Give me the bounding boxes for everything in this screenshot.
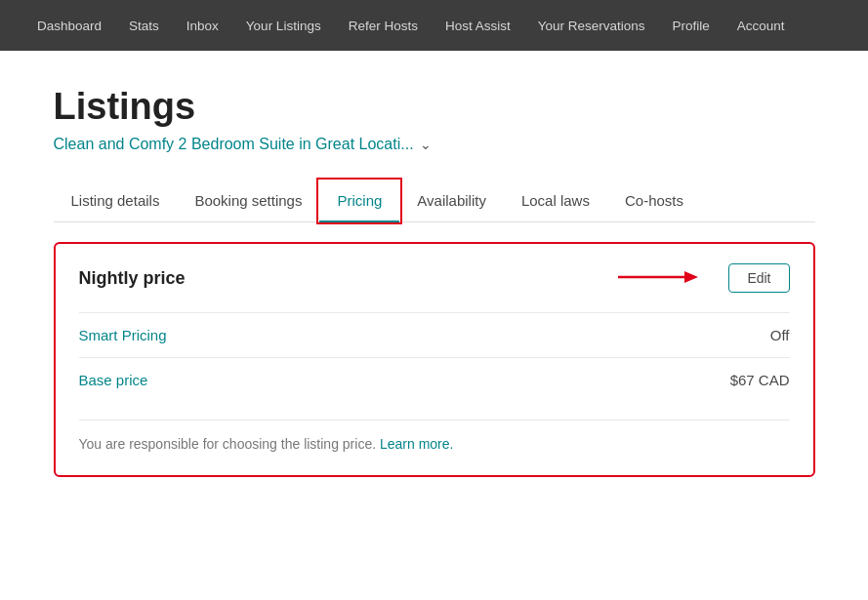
listing-selector[interactable]: Clean and Comfy 2 Bedroom Suite in Great… <box>54 136 815 153</box>
base-price-row: Base price $67 CAD <box>79 357 790 402</box>
edit-button[interactable]: Edit <box>728 263 789 293</box>
nav-item-stats[interactable]: Stats <box>115 0 173 51</box>
main-content: Listings Clean and Comfy 2 Bedroom Suite… <box>0 51 868 516</box>
smart-pricing-value: Off <box>770 327 790 343</box>
section-header: Nightly price Edit <box>79 263 790 293</box>
nav-item-your-listings[interactable]: Your Listings <box>232 0 335 51</box>
learn-more-link[interactable]: Learn more. <box>380 436 453 452</box>
nav-item-profile[interactable]: Profile <box>659 0 723 51</box>
tab-booking-settings[interactable]: Booking settings <box>177 180 319 222</box>
nav-item-inbox[interactable]: Inbox <box>173 0 232 51</box>
listing-name: Clean and Comfy 2 Bedroom Suite in Great… <box>54 136 414 153</box>
footer-note: You are responsible for choosing the lis… <box>79 420 790 452</box>
base-price-label: Base price <box>79 372 148 388</box>
nav-item-account[interactable]: Account <box>723 0 799 51</box>
smart-pricing-label: Smart Pricing <box>79 327 167 343</box>
page-title: Listings <box>54 86 815 128</box>
base-price-value: $67 CAD <box>730 372 790 388</box>
nav-item-dashboard[interactable]: Dashboard <box>23 0 115 51</box>
tab-listing-details[interactable]: Listing details <box>54 180 178 222</box>
tab-pricing[interactable]: Pricing <box>319 180 399 222</box>
tabs-bar: Listing details Booking settings Pricing… <box>54 180 815 222</box>
tab-availability[interactable]: Availability <box>399 180 504 222</box>
nav-bar: Dashboard Stats Inbox Your Listings Refe… <box>0 0 868 51</box>
tab-pricing-wrapper: Pricing <box>319 180 399 221</box>
footer-text-before-link: You are responsible for choosing the lis… <box>79 436 377 452</box>
nav-item-refer-hosts[interactable]: Refer Hosts <box>335 0 432 51</box>
chevron-down-icon: ⌄ <box>420 137 432 152</box>
nav-item-host-assist[interactable]: Host Assist <box>432 0 524 51</box>
tab-co-hosts[interactable]: Co-hosts <box>607 180 701 222</box>
tab-local-laws[interactable]: Local laws <box>504 180 607 222</box>
nightly-price-section: Nightly price Edit Smart Pricing Off Bas… <box>54 242 815 477</box>
smart-pricing-row: Smart Pricing Off <box>79 312 790 357</box>
section-title: Nightly price <box>79 268 186 289</box>
nav-item-your-reservations[interactable]: Your Reservations <box>524 0 659 51</box>
